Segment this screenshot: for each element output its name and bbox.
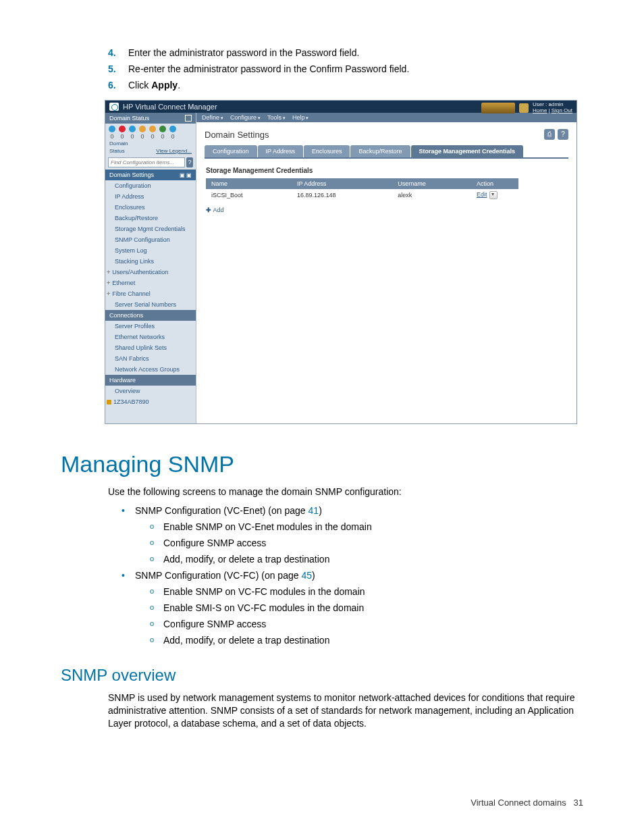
sidebar-item-server-profiles[interactable]: Server Profiles [105, 321, 196, 332]
list-item: Configure SNMP access [150, 619, 583, 629]
sidebar-item-snmp-config[interactable]: SNMP Configuration [105, 234, 196, 245]
sidebar-item-ethernet[interactable]: Ethernet [105, 278, 196, 288]
overview-text: SNMP is used by network management syste… [108, 692, 583, 730]
tab-storage-credentials[interactable]: Storage Management Credentials [411, 145, 524, 157]
search-input[interactable] [108, 157, 185, 167]
help-button[interactable]: ? [558, 129, 568, 140]
status-ok-icon [159, 126, 166, 132]
user-info: User : admin Home | Sign Out [533, 102, 572, 114]
menubar: Define Configure Tools Help [196, 113, 576, 122]
add-button[interactable]: Add [206, 207, 224, 213]
list-item: Add, modify, or delete a trap destinatio… [150, 554, 583, 565]
step-item: 5. Re-enter the administrator password i… [108, 63, 583, 74]
action-dropdown-button[interactable] [489, 191, 498, 199]
print-button[interactable]: ⎙ [544, 129, 555, 140]
main-panel: Define Configure Tools Help Domain Setti… [196, 113, 576, 423]
col-name: Name [206, 178, 292, 189]
status-count: 0 [129, 133, 136, 140]
heading-managing-snmp: Managing SNMP [61, 451, 583, 477]
step-item: 4. Enter the administrator password in t… [108, 47, 583, 58]
cell-action: Edit [471, 189, 518, 201]
sidebar-item-shared-uplink[interactable]: Shared Uplink Sets [105, 342, 196, 353]
col-ip: IP Address [292, 178, 392, 189]
step-text-suffix: . [178, 80, 180, 90]
sidebar-section-hardware[interactable]: Hardware [105, 375, 196, 386]
edit-link[interactable]: Edit [477, 191, 487, 198]
view-legend-link[interactable]: View Legend... [156, 148, 192, 154]
sidebar-section-domain-settings[interactable]: Domain Settings ▣ ▣ [105, 170, 196, 180]
list-item: Add, modify, or delete a trap destinatio… [150, 635, 583, 646]
status-count: 0 [139, 133, 146, 140]
sidebar-item-network-access[interactable]: Network Access Groups [105, 364, 196, 375]
menu-help[interactable]: Help [292, 114, 308, 121]
step-number: 4. [108, 47, 128, 58]
numbered-steps: 4. Enter the administrator password in t… [108, 47, 583, 90]
sidebar-item-backup-restore[interactable]: Backup/Restore [105, 213, 196, 224]
status-count: 0 [149, 133, 156, 140]
collapse-icon[interactable] [185, 115, 192, 122]
step-number: 6. [108, 80, 128, 90]
page-link[interactable]: 45 [301, 570, 312, 581]
subsection-title: Storage Management Credentials [196, 159, 576, 178]
sidebar-item-san-fabrics[interactable]: SAN Fabrics [105, 353, 196, 364]
tab-backup-restore[interactable]: Backup/Restore [350, 145, 410, 157]
status-warn-icon [149, 126, 156, 132]
tab-configuration[interactable]: Configuration [205, 145, 257, 157]
bullet-suffix: ) [319, 505, 322, 516]
sidebar-item-system-log[interactable]: System Log [105, 245, 196, 256]
sidebar-item-configuration[interactable]: Configuration [105, 180, 196, 191]
menu-define[interactable]: Define [202, 114, 223, 121]
sidebar-item-fibre-channel[interactable]: Fibre Channel [105, 288, 196, 299]
col-action: Action [471, 178, 518, 189]
table-row: iSCSI_Boot 16.89.126.148 alexk Edit [206, 189, 518, 201]
sidebar-status-header: Domain Status [105, 113, 196, 124]
sidebar-item-device[interactable]: 1Z34AB7890 [105, 396, 196, 407]
step-text-bold: Apply [151, 80, 178, 90]
menu-configure[interactable]: Configure [230, 114, 261, 121]
sidebar: Domain Status 0 0 0 [105, 113, 196, 423]
footer-label: Virtual Connect domains [471, 798, 566, 808]
sidebar-item-enclosures[interactable]: Enclosures [105, 202, 196, 213]
sidebar-section-label: Domain Settings [109, 172, 154, 178]
decorative-gradient-icon [481, 103, 515, 113]
list-item: Configure SNMP access [150, 538, 583, 548]
heading-snmp-overview: SNMP overview [61, 666, 583, 685]
home-link[interactable]: Home [533, 107, 547, 113]
list-item: Enable SNMP on VC-Enet modules in the do… [150, 521, 583, 532]
cell-name: iSCSI_Boot [206, 189, 292, 201]
sidebar-item-ethernet-networks[interactable]: Ethernet Networks [105, 332, 196, 342]
page-title: Domain Settings [205, 130, 269, 140]
cell-user: alexk [392, 189, 471, 201]
page-footer: Virtual Connect domains 31 [61, 798, 583, 808]
list-item: SNMP Configuration (VC-Enet) (on page 41… [122, 505, 583, 565]
tab-ip-address[interactable]: IP Address [258, 145, 303, 157]
signout-link[interactable]: Sign Out [552, 107, 572, 113]
sidebar-item-stacking-links[interactable]: Stacking Links [105, 256, 196, 267]
sidebar-item-storage-mgmt[interactable]: Storage Mgmt Credentials [105, 224, 196, 234]
sidebar-status-label: Domain Status [109, 115, 149, 122]
managing-intro: Use the following screens to manage the … [108, 486, 583, 498]
menu-tools[interactable]: Tools [267, 114, 286, 121]
status-info-icon [129, 126, 136, 132]
footer-page: 31 [574, 798, 583, 808]
step-text: Re-enter the administrator password in t… [128, 63, 583, 74]
sidebar-item-overview[interactable]: Overview [105, 386, 196, 396]
credentials-table: Name IP Address Username Action iSCSI_Bo… [206, 178, 518, 201]
hp-logo-icon [109, 103, 119, 111]
sidebar-section-connections[interactable]: Connections [105, 310, 196, 321]
tab-enclosures[interactable]: Enclosures [304, 145, 350, 157]
step-text: Enter the administrator password in the … [128, 47, 583, 58]
sidebar-item-users-auth[interactable]: Users/Authentication [105, 267, 196, 278]
home-icon[interactable] [519, 103, 529, 113]
bullet-list: SNMP Configuration (VC-Enet) (on page 41… [122, 505, 583, 646]
domain-label: Domain [109, 140, 128, 147]
sidebar-item-ip-address[interactable]: IP Address [105, 191, 196, 202]
cell-ip: 16.89.126.148 [292, 189, 392, 201]
bullet-label: SNMP Configuration (VC-FC) (on page [135, 570, 301, 581]
page-link[interactable]: 41 [308, 505, 319, 516]
step-text: Click Apply. [128, 80, 583, 90]
search-help-button[interactable]: ? [186, 157, 193, 167]
bullet-label: SNMP Configuration (VC-Enet) (on page [135, 505, 308, 516]
sidebar-item-server-serial[interactable]: Server Serial Numbers [105, 299, 196, 310]
status-info-icon [169, 126, 176, 132]
